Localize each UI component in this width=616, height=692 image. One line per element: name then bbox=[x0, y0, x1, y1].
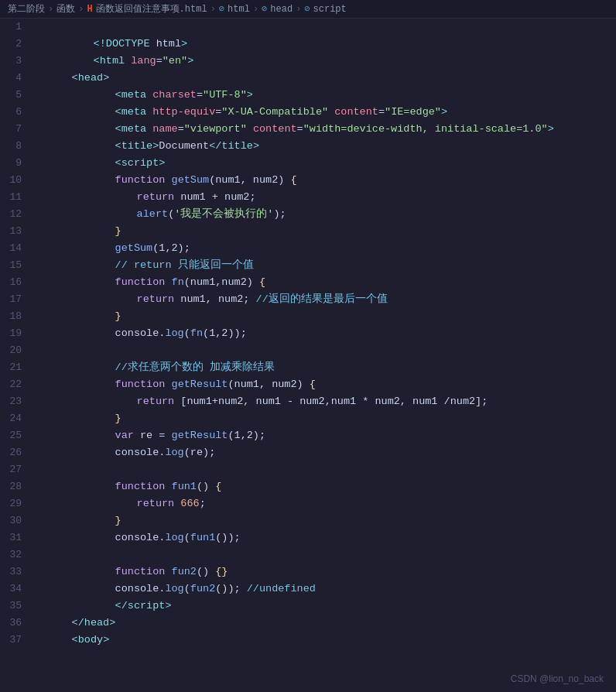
line-num-4: 4 bbox=[6, 70, 22, 87]
code-line-30: console.log(fun1()); bbox=[34, 512, 616, 529]
breadcrumb-stage: 第二阶段 bbox=[8, 2, 45, 16]
line-num-32: 32 bbox=[6, 546, 22, 564]
line-num-33: 33 bbox=[6, 564, 22, 581]
breadcrumb: 第二阶段 › 函数 › H 函数返回值注意事项.html › ⊘ html › … bbox=[0, 0, 616, 19]
line-num-3: 3 bbox=[6, 53, 22, 70]
line-num-7: 7 bbox=[6, 121, 22, 138]
line-num-11: 11 bbox=[6, 189, 22, 206]
breadcrumb-head-tag-icon: ⊘ bbox=[262, 2, 267, 16]
breadcrumb-sep-1: › bbox=[48, 2, 53, 16]
line-num-19: 19 bbox=[6, 325, 22, 342]
code-line-18: console.log(fn(1,2)); bbox=[34, 308, 616, 325]
line-num-37: 37 bbox=[6, 632, 22, 649]
breadcrumb-sep-3: › bbox=[210, 2, 216, 16]
breadcrumb-script-tag-icon: ⊘ bbox=[304, 2, 310, 16]
line-num-30: 30 bbox=[6, 512, 22, 529]
code-line-37 bbox=[34, 632, 616, 649]
line-num-15: 15 bbox=[6, 257, 22, 274]
code-line-36: <body> bbox=[34, 615, 616, 632]
line-num-24: 24 bbox=[6, 410, 22, 427]
line-num-21: 21 bbox=[6, 359, 22, 376]
breadcrumb-filename: 函数返回值注意事项.html bbox=[96, 2, 207, 16]
breadcrumb-sep-2: › bbox=[78, 2, 84, 16]
line-num-2: 2 bbox=[6, 36, 22, 53]
breadcrumb-sep-4: › bbox=[253, 2, 258, 16]
code-line-13: getSum(1,2); bbox=[34, 223, 616, 240]
line-num-35: 35 bbox=[6, 598, 22, 615]
breadcrumb-script: script bbox=[313, 2, 347, 16]
line-num-14: 14 bbox=[6, 240, 22, 257]
code-line-1: <!DOCTYPE html> bbox=[34, 19, 616, 36]
line-numbers: 1 2 3 4 5 6 7 8 9 10 11 12 13 14 15 16 1… bbox=[0, 19, 31, 692]
html-file-icon: H bbox=[87, 2, 92, 16]
breadcrumb-functions: 函数 bbox=[56, 2, 75, 16]
line-num-31: 31 bbox=[6, 529, 22, 546]
line-num-10: 10 bbox=[6, 172, 22, 189]
line-num-26: 26 bbox=[6, 444, 22, 461]
code-line-24: var re = getResult(1,2); bbox=[34, 410, 616, 427]
line-num-13: 13 bbox=[6, 223, 22, 240]
line-num-1: 1 bbox=[6, 19, 22, 36]
line-num-34: 34 bbox=[6, 581, 22, 598]
line-num-8: 8 bbox=[6, 138, 22, 155]
line-num-36: 36 bbox=[6, 615, 22, 632]
line-num-17: 17 bbox=[6, 291, 22, 308]
breadcrumb-sep-5: › bbox=[296, 2, 301, 16]
watermark: CSDN @lion_no_back bbox=[511, 672, 604, 686]
line-num-16: 16 bbox=[6, 274, 22, 291]
line-num-18: 18 bbox=[6, 308, 22, 325]
line-num-12: 12 bbox=[6, 206, 22, 223]
breadcrumb-head: head bbox=[270, 2, 293, 16]
code-line-27: function fun1() { bbox=[34, 461, 616, 478]
code-content: <!DOCTYPE html> <html lang="en"> <head> … bbox=[31, 19, 616, 692]
line-num-5: 5 bbox=[6, 87, 22, 104]
code-line-32: function fun2() {} bbox=[34, 546, 616, 564]
line-num-23: 23 bbox=[6, 393, 22, 410]
line-num-25: 25 bbox=[6, 427, 22, 444]
breadcrumb-html: html bbox=[228, 2, 250, 16]
code-line-20: //求任意两个数的 加减乘除结果 bbox=[34, 342, 616, 359]
line-num-27: 27 bbox=[6, 461, 22, 478]
line-num-28: 28 bbox=[6, 478, 22, 495]
breadcrumb-html-tag-icon: ⊘ bbox=[219, 2, 224, 16]
line-num-20: 20 bbox=[6, 342, 22, 359]
line-num-6: 6 bbox=[6, 104, 22, 121]
editor-area: 1 2 3 4 5 6 7 8 9 10 11 12 13 14 15 16 1… bbox=[0, 19, 616, 692]
line-num-22: 22 bbox=[6, 376, 22, 393]
line-num-9: 9 bbox=[6, 155, 22, 172]
line-num-29: 29 bbox=[6, 495, 22, 512]
code-line-4: <meta charset="UTF-8"> bbox=[34, 70, 616, 87]
